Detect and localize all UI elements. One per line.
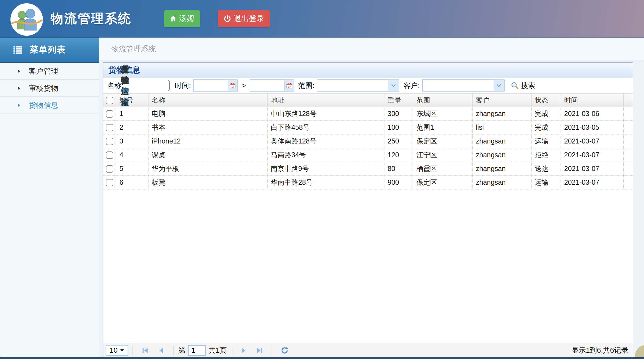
row-checkbox[interactable] bbox=[106, 165, 113, 173]
app-title: 物流管理系统 bbox=[51, 10, 131, 27]
pager-divider bbox=[174, 346, 174, 355]
select-all-cell bbox=[103, 94, 116, 107]
cell-id: 2 bbox=[116, 121, 148, 134]
sidebar-subitem-客户管理[interactable]: 客户管理 bbox=[0, 63, 99, 80]
cell-name: 板凳 bbox=[148, 176, 267, 189]
first-page-button[interactable] bbox=[141, 346, 149, 355]
col-header-address: 地址 bbox=[267, 94, 384, 107]
cell-filler bbox=[623, 107, 633, 121]
cell-filler bbox=[623, 148, 633, 162]
cell-status: 送达 bbox=[531, 162, 561, 176]
cargo-table: 编号 名称 地址 重量 范围 客户 状态 时间 1电脑中山东路128号300东城… bbox=[103, 93, 633, 189]
page-number-input[interactable] bbox=[188, 345, 206, 356]
name-filter-input[interactable] bbox=[126, 80, 170, 91]
cell-id: 1 bbox=[116, 107, 148, 121]
select-all-checkbox[interactable] bbox=[106, 97, 113, 104]
refresh-button[interactable] bbox=[280, 346, 289, 355]
col-header-name: 名称 bbox=[148, 94, 267, 107]
cell-name: iPhone12 bbox=[148, 134, 267, 148]
cell-name: 课桌 bbox=[148, 148, 267, 162]
cell-customer: zhangsan bbox=[472, 134, 531, 148]
col-header-weight: 重量 bbox=[384, 94, 413, 107]
cell-range: 保定区 bbox=[413, 134, 472, 148]
messenger-logo-icon bbox=[10, 3, 43, 36]
main-area: 物流管理系统 货物信息 名称: 时间: 17 bbox=[99, 37, 644, 359]
page-size-value: 10 bbox=[110, 346, 118, 355]
sidebar-item-label: 货物运输 bbox=[121, 64, 129, 108]
customer-select[interactable] bbox=[422, 79, 505, 92]
customer-select-value bbox=[423, 80, 494, 91]
app-logo bbox=[10, 3, 43, 36]
row-select-cell bbox=[103, 162, 116, 176]
cell-weight: 250 bbox=[384, 134, 413, 148]
time-to-input[interactable] bbox=[250, 80, 284, 91]
sidebar-item-label: 货物信息 bbox=[29, 100, 58, 110]
row-checkbox[interactable] bbox=[106, 138, 113, 145]
cell-range: 范围1 bbox=[413, 121, 472, 134]
table-header-row: 编号 名称 地址 重量 范围 客户 状态 时间 bbox=[103, 94, 633, 107]
pagination-summary: 显示1到6,共6记录 bbox=[571, 346, 633, 355]
sidebar-menu-title: 菜单列表 bbox=[30, 44, 66, 56]
cell-address: 华南中路28号 bbox=[267, 176, 384, 189]
sidebar-menu: 个人信息客户管理客户管理反馈信息基础信息货物信息审核货物货物信息货物运输 bbox=[0, 63, 99, 114]
search-button[interactable]: 搜索 bbox=[511, 81, 535, 90]
time-to-field: 17 bbox=[250, 79, 294, 92]
calendar-icon: 17 bbox=[229, 82, 236, 89]
table-row: 4课桌马南路34号120江宁区zhangsan拒绝2021-03-07 bbox=[103, 148, 633, 162]
table-row: 5华为平板南京中路9号80栖霞区zhangsan送达2021-03-07 bbox=[103, 162, 633, 176]
logout-button[interactable]: 退出登录 bbox=[218, 10, 270, 27]
last-page-button[interactable] bbox=[255, 346, 264, 355]
cell-customer: zhangsan bbox=[472, 176, 531, 189]
cell-name: 书本 bbox=[148, 121, 267, 134]
bottom-edge-strip bbox=[0, 357, 644, 359]
col-header-filler bbox=[623, 94, 633, 107]
cell-id: 6 bbox=[116, 176, 148, 189]
cell-date: 2021-03-06 bbox=[561, 107, 623, 121]
row-checkbox[interactable] bbox=[106, 179, 113, 186]
calendar-icon: 17 bbox=[286, 82, 293, 89]
row-checkbox[interactable] bbox=[106, 151, 113, 159]
page-size-select[interactable]: 10 bbox=[106, 345, 128, 356]
cell-range: 东城区 bbox=[413, 107, 472, 121]
sidebar-subitem-审核货物[interactable]: 审核货物 bbox=[0, 80, 99, 97]
sidebar-item-label: 客户管理 bbox=[29, 66, 58, 76]
cell-customer: zhangsan bbox=[472, 107, 531, 121]
panel-title: 货物信息 bbox=[103, 63, 633, 78]
time-from-input[interactable] bbox=[194, 80, 228, 91]
sidebar-item-label: 审核货物 bbox=[29, 83, 58, 93]
table-body: 1电脑中山东路128号300东城区zhangsan完成2021-03-062书本… bbox=[103, 107, 633, 189]
logout-label: 退出登录 bbox=[233, 13, 264, 24]
row-checkbox[interactable] bbox=[106, 110, 113, 118]
next-page-button[interactable] bbox=[240, 346, 248, 355]
sidebar-menu-header: 菜单列表 bbox=[0, 37, 99, 63]
time-from-field: 17 bbox=[193, 79, 238, 92]
pagination-bar: 10 第 共1页 bbox=[103, 343, 633, 358]
time-to-calendar-button[interactable]: 17 bbox=[284, 80, 294, 91]
pager-divider bbox=[272, 346, 272, 355]
breadcrumb: 物流管理系统 bbox=[111, 44, 156, 54]
cargo-info-panel: 货物信息 名称: 时间: 17 bbox=[103, 62, 633, 358]
cell-address: 中山东路128号 bbox=[267, 107, 384, 121]
cell-date: 2021-03-05 bbox=[561, 121, 623, 134]
table-row: 3iPhone12奥体南路128号250保定区zhangsan运输2021-03… bbox=[103, 134, 633, 148]
app-window: 物流管理系统 汤姆 退出登录 菜 bbox=[0, 0, 644, 359]
col-header-date: 时间 bbox=[561, 94, 623, 107]
cell-weight: 120 bbox=[384, 148, 413, 162]
sidebar-subitem-货物信息[interactable]: 货物信息 bbox=[0, 97, 99, 114]
cell-address: 马南路34号 bbox=[267, 148, 384, 162]
cell-id: 3 bbox=[116, 134, 148, 148]
svg-text:17: 17 bbox=[288, 85, 291, 88]
row-select-cell bbox=[103, 134, 116, 148]
row-checkbox[interactable] bbox=[106, 124, 113, 131]
time-from-calendar-button[interactable]: 17 bbox=[228, 80, 237, 91]
time-range-arrow: -> bbox=[239, 81, 246, 90]
current-user-button[interactable]: 汤姆 bbox=[164, 10, 200, 27]
col-header-customer: 客户 bbox=[472, 94, 531, 107]
prev-page-button[interactable] bbox=[157, 346, 165, 355]
cell-range: 保定区 bbox=[413, 176, 472, 189]
cell-filler bbox=[623, 176, 633, 189]
row-select-cell bbox=[103, 121, 116, 134]
select-caret-icon bbox=[120, 349, 124, 352]
caret-right-icon bbox=[16, 69, 21, 74]
range-select[interactable] bbox=[317, 79, 399, 92]
